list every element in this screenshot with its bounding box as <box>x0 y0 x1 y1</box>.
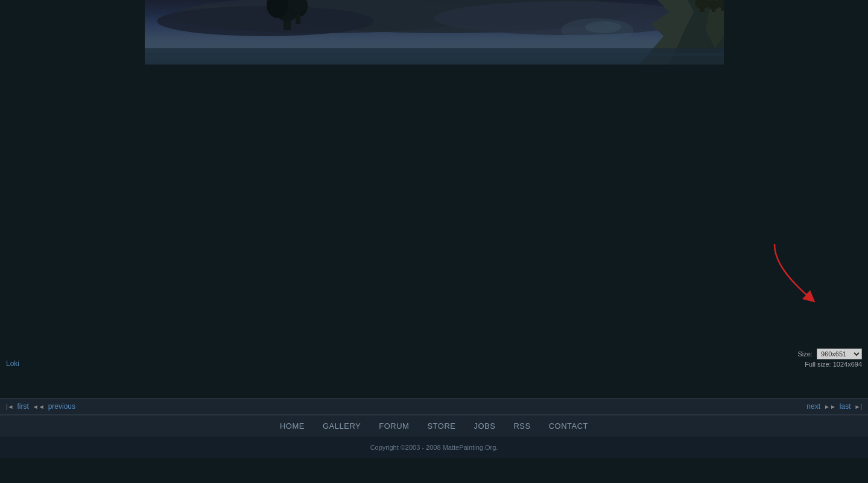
next-link[interactable]: next <box>806 402 820 411</box>
footer-home-link[interactable]: HOME <box>280 421 305 431</box>
first-link[interactable]: first <box>17 402 29 411</box>
svg-rect-20 <box>145 48 724 65</box>
footer-contact-link[interactable]: CONTACT <box>549 421 588 431</box>
size-label: Size: <box>797 350 812 358</box>
footer-store-link[interactable]: STORE <box>427 421 455 431</box>
last-arrow-right: ►| <box>855 403 863 410</box>
fullsize-text: Full size: 1024x694 <box>797 361 862 368</box>
main-content-area: Loki Size: 960x651 1024x694 Full size: 1… <box>0 0 868 398</box>
navigation-bar: |◄ first ◄◄ previous next ►► last ►| <box>0 398 868 415</box>
next-double-arrow: ►► <box>824 403 836 410</box>
footer-nav: HOME GALLERY FORUM STORE JOBS RSS CONTAC… <box>0 415 868 437</box>
copyright-text: Copyright ©2003 - 2008 MattePainting.Org… <box>370 444 498 451</box>
nav-left: |◄ first ◄◄ previous <box>6 402 75 411</box>
previous-link[interactable]: previous <box>48 402 75 411</box>
nav-right: next ►► last ►| <box>806 402 862 411</box>
svg-point-23 <box>585 21 621 33</box>
gallery-image <box>145 0 724 65</box>
gallery-image-container <box>145 0 724 65</box>
size-selector-area: Size: 960x651 1024x694 Full size: 1024x6… <box>797 349 862 368</box>
footer-jobs-link[interactable]: JOBS <box>474 421 495 431</box>
svg-rect-21 <box>145 53 724 56</box>
prev-double-arrow: ◄◄ <box>33 403 45 410</box>
footer-forum-link[interactable]: FORUM <box>379 421 409 431</box>
dark-background: Loki Size: 960x651 1024x694 Full size: 1… <box>0 65 868 398</box>
footer-gallery-link[interactable]: GALLERY <box>323 421 361 431</box>
author-link[interactable]: Loki <box>6 359 19 368</box>
footer-nav-links: HOME GALLERY FORUM STORE JOBS RSS CONTAC… <box>0 421 868 431</box>
last-link[interactable]: last <box>840 402 851 411</box>
copyright-bar: Copyright ©2003 - 2008 MattePainting.Org… <box>0 437 868 458</box>
arrow-annotation <box>765 238 826 305</box>
first-arrow-left: |◄ <box>6 403 14 410</box>
footer-rss-link[interactable]: RSS <box>513 421 530 431</box>
svg-point-4 <box>157 6 374 36</box>
size-select[interactable]: 960x651 1024x694 <box>817 349 862 359</box>
